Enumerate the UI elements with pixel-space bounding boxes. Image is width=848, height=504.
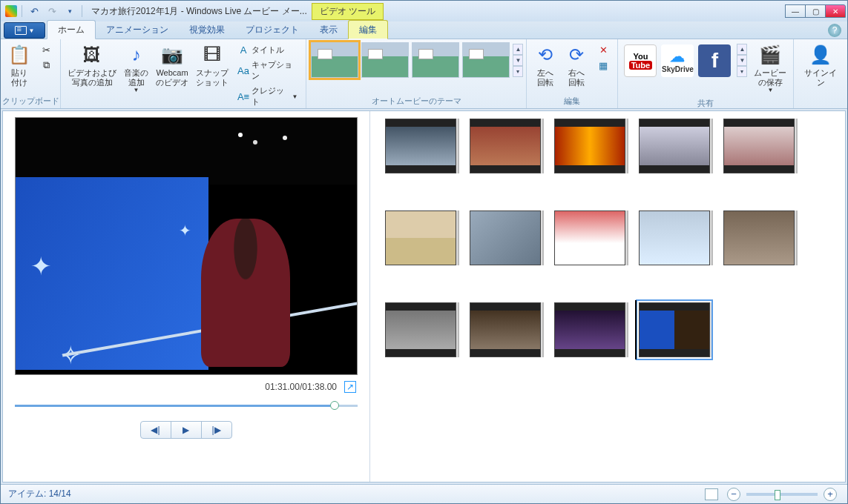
- clip-item[interactable]: [470, 119, 541, 173]
- clip-item[interactable]: [470, 210, 541, 265]
- dropdown-icon: ▼: [292, 93, 298, 100]
- zoom-slider[interactable]: [746, 493, 818, 496]
- scissors-icon: ✂: [40, 44, 52, 56]
- dropdown-icon: ▼: [767, 87, 773, 93]
- gallery-up-button[interactable]: ▲: [513, 44, 523, 55]
- app-window: ↶ ↷ ▾ マカオ旅行2012年1月 - Windows Live ムービー メ…: [0, 0, 848, 504]
- clip-item[interactable]: [385, 210, 456, 265]
- clip-item[interactable]: [470, 302, 541, 357]
- zoom-in-button[interactable]: +: [824, 488, 837, 501]
- clip-item-selected[interactable]: [639, 302, 710, 357]
- clip-item[interactable]: [385, 302, 456, 357]
- maximize-button[interactable]: ▢: [805, 4, 826, 18]
- redo-button[interactable]: ↷: [45, 4, 59, 19]
- rotate-left-button[interactable]: ⟲ 左へ 回転: [530, 41, 561, 89]
- webcam-button[interactable]: 📷 Webcam のビデオ: [152, 41, 192, 89]
- photo-icon: 🖼: [80, 43, 104, 67]
- copy-button[interactable]: ⧉: [36, 58, 56, 73]
- clip-item[interactable]: [385, 119, 456, 173]
- label: スナップ ショット: [196, 68, 229, 87]
- time-row: 01:31.00/01:38.00 ↗: [13, 375, 359, 396]
- delete-button[interactable]: ✕: [594, 42, 613, 57]
- label: サインイン: [801, 68, 841, 87]
- copy-icon: ⧉: [40, 59, 52, 71]
- group-label: オートムービーのテーマ: [306, 95, 526, 108]
- theme-option[interactable]: [412, 42, 459, 78]
- fullscreen-button[interactable]: ↗: [344, 381, 356, 393]
- add-music-button[interactable]: ♪ 音楽の 追加 ▼: [120, 41, 152, 96]
- preview-pane: ✦ ✧ ✦ 01:31.00/01:38.00 ↗ ◀| ▶ |▶: [3, 111, 370, 482]
- help-button[interactable]: ?: [828, 24, 841, 37]
- select-icon: ▦: [597, 59, 609, 71]
- app-icon: [5, 5, 17, 17]
- zoom-out-button[interactable]: −: [727, 488, 740, 501]
- seek-thumb[interactable]: [330, 401, 339, 410]
- undo-button[interactable]: ↶: [27, 4, 42, 19]
- clip-item[interactable]: [723, 119, 795, 173]
- share-youtube-button[interactable]: YouTube: [624, 44, 657, 77]
- rotate-right-button[interactable]: ⟳ 右へ 回転: [561, 41, 592, 89]
- theme-option[interactable]: [361, 42, 409, 78]
- theme-option[interactable]: [311, 42, 358, 78]
- tab-view[interactable]: 表示: [309, 21, 348, 39]
- video-preview[interactable]: ✦ ✧ ✦: [15, 117, 358, 375]
- gallery-spinner: ▲ ▼ ▾: [513, 44, 523, 77]
- clip-item[interactable]: [639, 119, 710, 173]
- view-mode-button[interactable]: [705, 488, 718, 500]
- clip-item[interactable]: [723, 210, 795, 265]
- add-caption-button[interactable]: Aaキャプション: [234, 58, 301, 83]
- save-movie-button[interactable]: 🎬 ムービー の保存 ▼: [750, 41, 790, 96]
- menu-icon: [15, 26, 27, 35]
- group-clipboard: 📋 貼り 付け ✂ ⧉ クリップボード: [1, 39, 61, 108]
- signin-button[interactable]: 👤 サインイン: [797, 41, 844, 89]
- theme-option[interactable]: [462, 42, 510, 78]
- clip-item[interactable]: [554, 119, 625, 173]
- share-facebook-button[interactable]: f: [698, 44, 731, 77]
- select-all-button[interactable]: ▦: [594, 58, 613, 73]
- share-more-button[interactable]: ▾: [737, 66, 747, 77]
- add-credits-button[interactable]: A≡クレジット▼: [234, 84, 301, 109]
- delete-icon: ✕: [597, 44, 609, 56]
- tab-home[interactable]: ホーム: [47, 20, 96, 39]
- tab-visual-effects[interactable]: 視覚効果: [179, 21, 235, 39]
- share-down-button[interactable]: ▼: [737, 55, 747, 66]
- label: 右へ 回転: [568, 68, 585, 87]
- play-button[interactable]: ▶: [171, 421, 202, 439]
- tab-project[interactable]: プロジェクト: [235, 21, 309, 39]
- theme-gallery: ▲ ▼ ▾: [309, 41, 523, 79]
- cut-button[interactable]: ✂: [36, 42, 56, 57]
- share-skydrive-button[interactable]: ☁SkyDrive: [661, 44, 694, 77]
- window-title: マカオ旅行2012年1月 - Windows Live ムービー メー...: [88, 5, 307, 18]
- label: ビデオおよび 写真の追加: [68, 68, 116, 87]
- gallery-down-button[interactable]: ▼: [513, 55, 523, 66]
- paste-button[interactable]: 📋 貼り 付け: [4, 41, 35, 89]
- prev-frame-button[interactable]: ◀|: [140, 421, 171, 439]
- playback-controls: ◀| ▶ |▶: [13, 421, 359, 439]
- file-menu-button[interactable]: ▼: [4, 22, 45, 39]
- separator: [82, 5, 82, 17]
- quick-access-toolbar: ↶ ↷ ▾: [1, 4, 88, 19]
- clip-item[interactable]: [554, 302, 625, 357]
- title-icon: A: [237, 44, 249, 56]
- close-button[interactable]: ✕: [825, 4, 846, 18]
- gallery-more-button[interactable]: ▾: [513, 66, 523, 77]
- title-bar: ↶ ↷ ▾ マカオ旅行2012年1月 - Windows Live ムービー メ…: [1, 1, 847, 21]
- clip-item[interactable]: [639, 210, 710, 265]
- share-up-button[interactable]: ▲: [737, 44, 747, 55]
- next-frame-button[interactable]: |▶: [201, 421, 232, 439]
- tab-edit[interactable]: 編集: [348, 20, 388, 39]
- clip-item[interactable]: [554, 210, 625, 265]
- group-edit: ⟲ 左へ 回転 ⟳ 右へ 回転 ✕ ▦ 編集: [527, 39, 618, 108]
- share-spinner: ▲ ▼ ▾: [737, 44, 747, 77]
- label: キャプション: [252, 59, 298, 82]
- snapshot-button[interactable]: 🎞 スナップ ショット: [192, 41, 232, 89]
- tab-animation[interactable]: アニメーション: [96, 21, 179, 39]
- cloud-icon: ☁: [670, 47, 685, 65]
- add-title-button[interactable]: Aタイトル: [234, 42, 301, 57]
- qat-more-button[interactable]: ▾: [62, 4, 77, 19]
- add-video-photo-button[interactable]: 🖼 ビデオおよび 写真の追加: [64, 41, 120, 89]
- minimize-button[interactable]: —: [785, 4, 806, 18]
- seek-bar[interactable]: [15, 399, 358, 414]
- window-controls: — ▢ ✕: [786, 4, 847, 18]
- webcam-icon: 📷: [160, 43, 184, 67]
